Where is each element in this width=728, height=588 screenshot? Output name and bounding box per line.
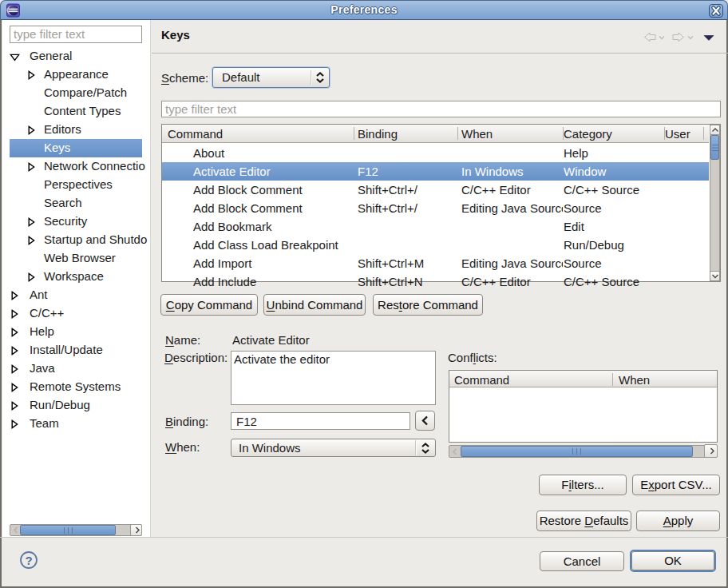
- svg-text:?: ?: [25, 554, 32, 567]
